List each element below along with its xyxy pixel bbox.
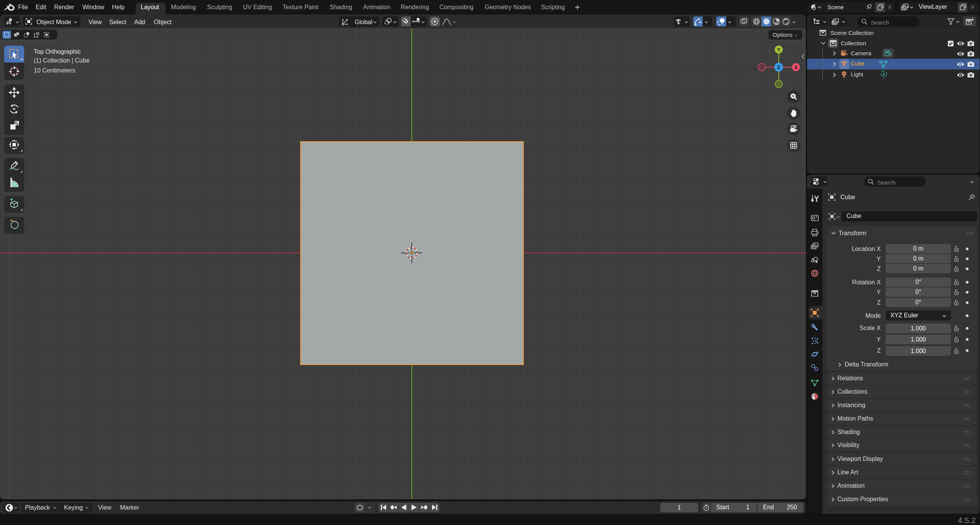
svg-text:Y: Y (777, 47, 781, 53)
svg-text:X: X (794, 64, 798, 70)
svg-text:Z: Z (777, 64, 780, 70)
